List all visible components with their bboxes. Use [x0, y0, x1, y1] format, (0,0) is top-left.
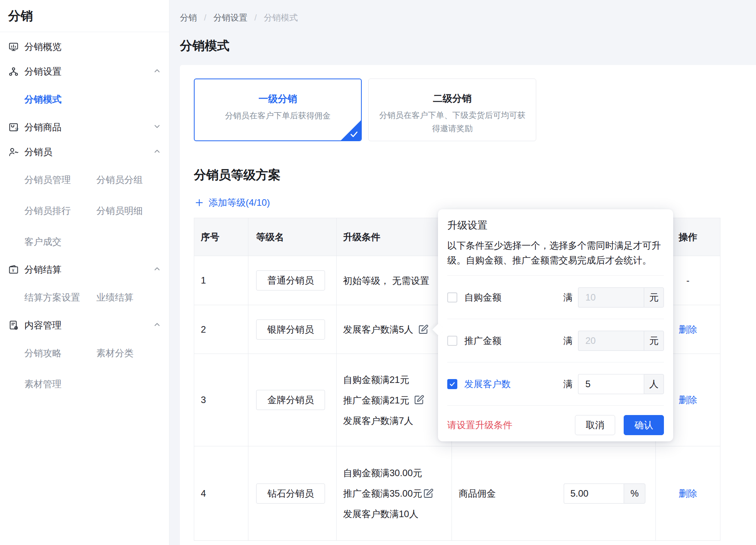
sidebar-subitem-member-detail[interactable]: 分销员明细	[96, 205, 143, 217]
mode-card-level2[interactable]: 二级分销 分销员在客户下单、下级卖货后可均可获得邀请奖励	[368, 79, 536, 141]
level-name-input[interactable]	[256, 390, 325, 410]
condition-input-group: 人	[578, 374, 664, 394]
upgrade-condition: 发展客户数满10人	[343, 504, 434, 524]
upgrade-condition: 自购金额满30.00元	[343, 463, 434, 483]
upgrade-condition: 自购金额满21元	[343, 369, 425, 390]
row-index: 3	[201, 395, 206, 405]
sidebar-item-content[interactable]: 内容管理	[0, 313, 169, 338]
column-header-index: 序号	[194, 218, 248, 256]
condition-row-customers: 发展客户数 满 人	[447, 362, 664, 405]
delete-row-link[interactable]: 删除	[679, 394, 697, 406]
upgrade-condition: 初始等级， 无需设置	[343, 270, 429, 291]
condition-amount-input[interactable]	[578, 374, 644, 394]
column-header-condition: 升级条件	[337, 218, 452, 256]
chevron-up-icon[interactable]	[153, 67, 161, 77]
sidebar-subitem-member-group[interactable]: 分销员分组	[96, 174, 143, 186]
commission-input[interactable]	[564, 483, 624, 504]
breadcrumb-item-current: 分销模式	[264, 13, 298, 22]
mode-card-desc: 分销员在客户下单后获得佣金	[205, 109, 351, 122]
condition-amount-input[interactable]	[578, 331, 644, 351]
sidebar-item-label: 分销结算	[24, 263, 62, 276]
breadcrumb-item[interactable]: 分销	[180, 13, 197, 22]
validation-error-text: 请设置升级条件	[447, 419, 512, 431]
edit-condition-icon[interactable]	[423, 488, 434, 499]
checkbox-unchecked[interactable]	[447, 336, 457, 346]
breadcrumb-separator: /	[204, 13, 206, 22]
sidebar-item-label: 分销员	[24, 146, 52, 158]
upgrade-condition: 推广金额满21元	[343, 390, 409, 410]
sidebar-item-label: 内容管理	[24, 319, 62, 331]
condition-unit: 人	[644, 374, 664, 394]
sidebar-subitem-customer-deal[interactable]: 客户成交	[24, 236, 96, 248]
sidebar-item-settlement[interactable]: ¥ 分销结算	[0, 257, 169, 282]
sidebar-item-label: 分销概览	[24, 41, 62, 53]
row-index: 4	[201, 488, 206, 499]
column-header-name: 等级名	[248, 218, 337, 256]
breadcrumb-item[interactable]: 分销设置	[213, 13, 247, 22]
action-none: -	[686, 275, 689, 286]
sidebar-subitem-member-manage[interactable]: 分销员管理	[24, 174, 96, 186]
plus-icon	[195, 198, 204, 207]
condition-prefix: 满	[563, 291, 573, 304]
svg-text:分: 分	[15, 127, 19, 131]
check-icon	[449, 381, 456, 388]
distributor-icon	[8, 147, 19, 157]
delete-row-link[interactable]: 删除	[679, 487, 697, 500]
chevron-up-icon[interactable]	[153, 320, 161, 330]
level-name-input[interactable]	[256, 483, 325, 504]
wallet-icon: ¥	[8, 264, 19, 275]
sidebar-subitem-mode[interactable]: 分销模式	[24, 93, 96, 106]
checkbox-unchecked[interactable]	[447, 292, 457, 302]
sidebar-item-member[interactable]: 分销员	[0, 140, 169, 164]
breadcrumb: 分销 / 分销设置 / 分销模式	[180, 12, 298, 24]
sidebar-subitem-material-cat[interactable]: 素材分类	[96, 347, 133, 359]
condition-input-group: 元	[578, 331, 664, 351]
sidebar-subitem-performance[interactable]: 业绩结算	[96, 291, 133, 304]
delete-row-link[interactable]: 删除	[679, 323, 697, 336]
svg-text:¥: ¥	[12, 268, 14, 273]
section-title: 分销员等级方案	[194, 166, 281, 183]
mode-card-level1[interactable]: 一级分销 分销员在客户下单后获得佣金	[194, 79, 362, 141]
cancel-button[interactable]: 取消	[575, 415, 615, 435]
add-level-button[interactable]: 添加等级(4/10)	[195, 196, 270, 210]
chevron-up-icon[interactable]	[153, 265, 161, 275]
upgrade-condition: 发展客户数满5人	[343, 319, 413, 340]
commission-label: 商品佣金	[459, 487, 496, 500]
edit-condition-icon[interactable]	[414, 395, 424, 405]
popup-footer: 请设置升级条件 取消 确认	[447, 405, 664, 444]
sidebar-subitem-member-rank[interactable]: 分销员排行	[24, 205, 96, 217]
sidebar: 分销 分销概览 分销设置 分销模式 分 分销商品 分销员	[0, 0, 169, 545]
add-level-label: 添加等级(4/10)	[209, 196, 270, 210]
level-name-input[interactable]	[256, 319, 325, 340]
upgrade-settings-popup: 升级设置 以下条件至少选择一个，选择多个需同时满足才可升级。自购金额、推广金额需…	[438, 209, 673, 441]
sidebar-item-goods[interactable]: 分 分销商品	[0, 115, 169, 140]
sidebar-title: 分销	[0, 0, 169, 32]
mode-card-desc: 分销员在客户下单、下级卖货后可均可获得邀请奖励	[379, 109, 526, 135]
content-panel: 一级分销 分销员在客户下单后获得佣金 二级分销 分销员在客户下单、下级卖货后可均…	[180, 65, 756, 545]
condition-amount-input[interactable]	[578, 287, 644, 308]
chevron-up-icon[interactable]	[153, 147, 161, 157]
condition-label: 自购金额	[464, 291, 501, 304]
sidebar-subitem-material-manage[interactable]: 素材管理	[24, 378, 96, 390]
overview-icon	[8, 41, 19, 52]
table-row: 4 自购金额满30.00元 推广金额满35.00元 发展客户数满10人 商品佣金	[194, 446, 720, 540]
sidebar-item-settings[interactable]: 分销设置	[0, 59, 169, 84]
sidebar-subitem-settle-plan[interactable]: 结算方案设置	[24, 291, 96, 304]
sidebar-item-label: 分销设置	[24, 65, 62, 78]
edit-condition-icon[interactable]	[418, 324, 429, 335]
row-index: 2	[201, 324, 206, 335]
condition-prefix: 满	[563, 378, 573, 390]
checkbox-checked[interactable]	[447, 379, 457, 389]
goods-icon: 分	[8, 122, 19, 133]
chevron-down-icon[interactable]	[153, 122, 161, 132]
mode-card-title: 二级分销	[379, 92, 526, 105]
condition-label: 发展客户数	[464, 378, 511, 390]
breadcrumb-separator: /	[255, 13, 257, 22]
popup-title: 升级设置	[447, 209, 664, 232]
sidebar-subitem-guide[interactable]: 分销攻略	[24, 347, 96, 359]
mode-card-title: 一级分销	[205, 92, 351, 105]
confirm-button[interactable]: 确认	[624, 415, 664, 435]
sidebar-item-overview[interactable]: 分销概览	[0, 34, 169, 59]
level-name-input[interactable]	[256, 270, 325, 290]
condition-unit: 元	[644, 287, 664, 308]
